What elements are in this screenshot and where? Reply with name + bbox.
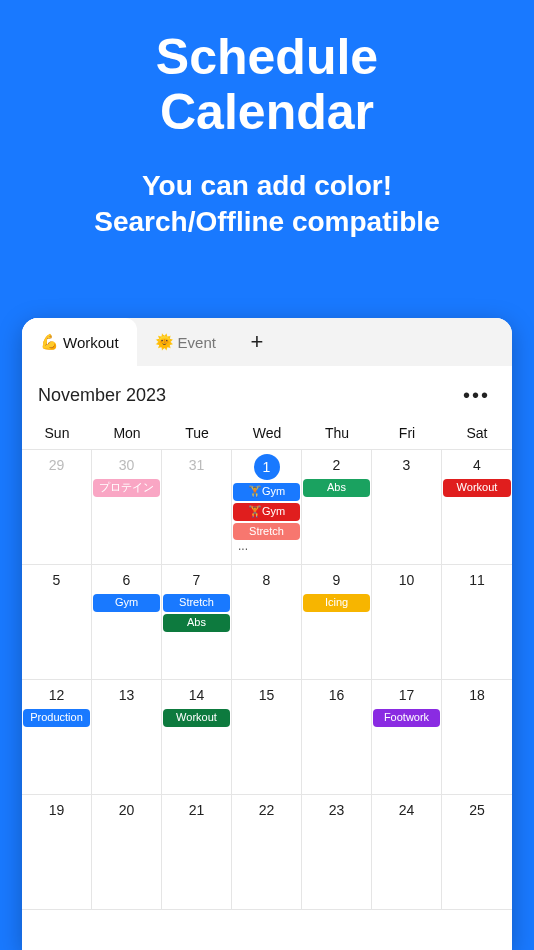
- day-number: 12: [44, 684, 70, 706]
- day-number: 21: [184, 799, 210, 821]
- event-list: 🏋️Gym🏋️GymStretch: [232, 483, 301, 540]
- calendar-cell[interactable]: 20: [92, 795, 162, 910]
- calendar-cell[interactable]: 12Production: [22, 680, 92, 795]
- day-number: 17: [394, 684, 420, 706]
- hero-sub-line2: Search/Offline compatible: [94, 206, 439, 237]
- event-tag[interactable]: 🏋️Gym: [233, 503, 300, 521]
- event-tag[interactable]: Abs: [303, 479, 370, 497]
- event-tag[interactable]: Stretch: [163, 594, 230, 612]
- calendar-cell[interactable]: 15: [232, 680, 302, 795]
- day-number: 6: [114, 569, 140, 591]
- calendar-grid: 2930プロテイン311🏋️Gym🏋️GymStretch...2Abs34Wo…: [22, 449, 512, 910]
- event-tag[interactable]: 🏋️Gym: [233, 483, 300, 501]
- tab-event[interactable]: 🌞 Event: [137, 318, 234, 366]
- day-number: 16: [324, 684, 350, 706]
- day-number: 8: [254, 569, 280, 591]
- calendar-card: 💪 Workout 🌞 Event + November 2023 ••• Su…: [22, 318, 512, 950]
- more-button[interactable]: •••: [457, 380, 496, 411]
- calendar-cell[interactable]: 3: [372, 450, 442, 565]
- event-tag[interactable]: Footwork: [373, 709, 440, 727]
- hero-title-line1: Schedule: [156, 29, 378, 85]
- plus-icon: +: [251, 329, 264, 355]
- weekday-label: Mon: [92, 425, 162, 441]
- add-tab-button[interactable]: +: [234, 318, 280, 366]
- event-list: Icing: [302, 594, 371, 612]
- calendar-cell[interactable]: 31: [162, 450, 232, 565]
- event-tag[interactable]: プロテイン: [93, 479, 160, 497]
- day-number: 31: [184, 454, 210, 476]
- calendar-cell[interactable]: 18: [442, 680, 512, 795]
- calendar-cell[interactable]: 6Gym: [92, 565, 162, 680]
- calendar-cell[interactable]: 11: [442, 565, 512, 680]
- tab-bar: 💪 Workout 🌞 Event +: [22, 318, 512, 366]
- day-number: 11: [464, 569, 490, 591]
- weekday-label: Sat: [442, 425, 512, 441]
- day-number: 2: [324, 454, 350, 476]
- calendar-cell[interactable]: 16: [302, 680, 372, 795]
- hero-title: Schedule Calendar: [20, 30, 514, 140]
- month-label[interactable]: November 2023: [38, 385, 166, 406]
- calendar-cell[interactable]: 7StretchAbs: [162, 565, 232, 680]
- event-list: Production: [22, 709, 91, 727]
- event-list: Workout: [162, 709, 231, 727]
- day-number: 1: [254, 454, 280, 480]
- event-list: プロテイン: [92, 479, 161, 497]
- weekday-label: Sun: [22, 425, 92, 441]
- calendar-cell[interactable]: 2Abs: [302, 450, 372, 565]
- event-list: StretchAbs: [162, 594, 231, 632]
- day-number: 10: [394, 569, 420, 591]
- tab-workout[interactable]: 💪 Workout: [22, 318, 137, 366]
- calendar-cell[interactable]: 22: [232, 795, 302, 910]
- hero: Schedule Calendar You can add color! Sea…: [0, 0, 534, 241]
- event-list: Gym: [92, 594, 161, 612]
- day-number: 20: [114, 799, 140, 821]
- calendar-cell[interactable]: 23: [302, 795, 372, 910]
- weekday-label: Wed: [232, 425, 302, 441]
- day-number: 24: [394, 799, 420, 821]
- day-number: 30: [114, 454, 140, 476]
- calendar-cell[interactable]: 8: [232, 565, 302, 680]
- calendar-cell[interactable]: 17Footwork: [372, 680, 442, 795]
- calendar-cell[interactable]: 1🏋️Gym🏋️GymStretch...: [232, 450, 302, 565]
- day-number: 7: [184, 569, 210, 591]
- calendar-cell[interactable]: 4Workout: [442, 450, 512, 565]
- event-list: Abs: [302, 479, 371, 497]
- tab-label: Workout: [63, 334, 119, 351]
- day-number: 14: [184, 684, 210, 706]
- weekday-label: Fri: [372, 425, 442, 441]
- tab-label: Event: [178, 334, 216, 351]
- event-tag[interactable]: Abs: [163, 614, 230, 632]
- calendar-cell[interactable]: 9Icing: [302, 565, 372, 680]
- event-tag[interactable]: Icing: [303, 594, 370, 612]
- event-tag[interactable]: Production: [23, 709, 90, 727]
- calendar-cell[interactable]: 25: [442, 795, 512, 910]
- calendar-cell[interactable]: 14Workout: [162, 680, 232, 795]
- calendar-cell[interactable]: 19: [22, 795, 92, 910]
- calendar-cell[interactable]: 13: [92, 680, 162, 795]
- calendar-cell[interactable]: 24: [372, 795, 442, 910]
- calendar-cell[interactable]: 30プロテイン: [92, 450, 162, 565]
- day-number: 25: [464, 799, 490, 821]
- calendar-cell[interactable]: 21: [162, 795, 232, 910]
- calendar-cell[interactable]: 10: [372, 565, 442, 680]
- calendar-cell[interactable]: 5: [22, 565, 92, 680]
- hero-title-line2: Calendar: [160, 84, 374, 140]
- event-tag[interactable]: Gym: [93, 594, 160, 612]
- flex-icon: 💪: [40, 333, 59, 351]
- event-tag[interactable]: Workout: [163, 709, 230, 727]
- month-header: November 2023 •••: [22, 366, 512, 417]
- sun-icon: 🌞: [155, 333, 174, 351]
- hero-sub-line1: You can add color!: [142, 170, 392, 201]
- event-list: Footwork: [372, 709, 441, 727]
- day-number: 5: [44, 569, 70, 591]
- event-tag[interactable]: Stretch: [233, 523, 300, 541]
- event-tag[interactable]: Workout: [443, 479, 511, 497]
- day-number: 4: [464, 454, 490, 476]
- day-number: 3: [394, 454, 420, 476]
- day-number: 13: [114, 684, 140, 706]
- day-number: 29: [44, 454, 70, 476]
- day-number: 23: [324, 799, 350, 821]
- overflow-indicator[interactable]: ...: [232, 539, 248, 553]
- calendar-cell[interactable]: 29: [22, 450, 92, 565]
- day-number: 22: [254, 799, 280, 821]
